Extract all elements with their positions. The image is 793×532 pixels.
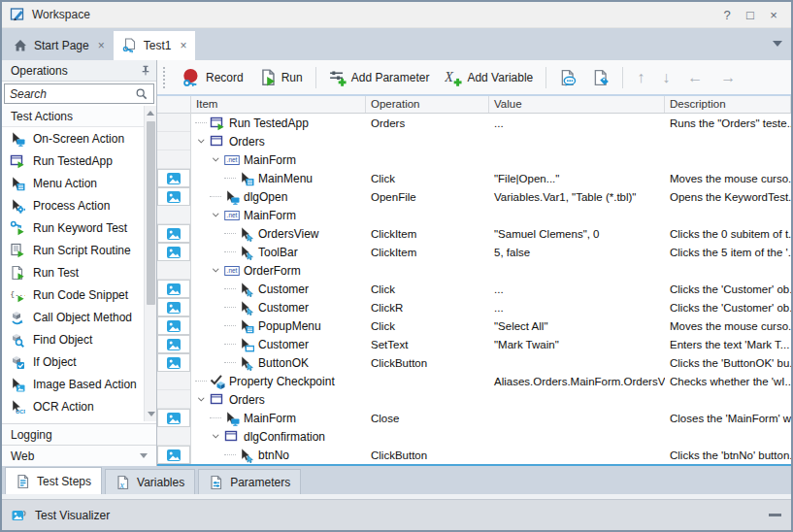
sidebar-item-run-test[interactable]: Run Test (2, 261, 156, 283)
scroll-down-icon[interactable] (148, 412, 155, 416)
close-tab-icon[interactable]: × (180, 39, 186, 52)
visualizer-thumbnail[interactable] (157, 280, 190, 298)
add-description-button[interactable] (585, 66, 616, 89)
scroll-up-icon[interactable] (147, 111, 154, 116)
visualizer-thumbnail[interactable] (157, 353, 190, 372)
sidebar-item-run-testedapp[interactable]: Run TestedApp (2, 150, 156, 172)
thumb-icon[interactable] (166, 337, 182, 352)
step-row-dlgopen[interactable]: dlgOpenOpenFileVariables.Var1, "Table (*… (191, 187, 791, 206)
group-header-logging[interactable]: Logging (2, 423, 156, 445)
step-row-dlgconfirmation[interactable]: dlgConfirmation (191, 427, 791, 446)
collapse-chevron-icon[interactable] (195, 136, 209, 148)
thumb-icon[interactable] (166, 245, 182, 260)
sidebar-item-on-screen-action[interactable]: On-Screen Action (2, 127, 156, 150)
thumb-icon[interactable] (166, 355, 182, 371)
visualizer-thumbnail[interactable] (157, 298, 190, 316)
tab-variables[interactable]: xVariables (105, 469, 195, 494)
thumb-icon[interactable] (166, 300, 182, 316)
step-row-orders[interactable]: Orders (191, 390, 791, 409)
step-row-orderform[interactable]: .netOrderForm (191, 261, 791, 280)
sidebar-item-label: Process Action (33, 199, 110, 213)
step-row-customer[interactable]: CustomerClick...Clicks the 'Customer' ob… (191, 280, 791, 298)
step-row-orders[interactable]: Orders (191, 132, 791, 150)
thumb-icon[interactable] (166, 282, 182, 297)
step-row-mainform[interactable]: MainFormCloseCloses the 'MainForm' w... (191, 409, 791, 427)
collapse-chevron-icon[interactable] (210, 210, 223, 221)
record-button[interactable]: Record (175, 65, 250, 89)
close-tab-icon[interactable]: × (98, 39, 105, 52)
visualizer-thumbnail[interactable] (157, 224, 190, 243)
visualizer-thumbnail[interactable] (157, 243, 190, 261)
column-header-value[interactable]: Value (489, 96, 665, 113)
toolbar-grip[interactable] (163, 67, 167, 88)
visualizer-thumbnail[interactable] (157, 446, 190, 464)
step-row-buttonok[interactable]: ButtonOKClickButtonClicks the 'ButtonOK'… (191, 353, 791, 372)
step-row-btnno[interactable]: btnNoClickButtonClicks the 'btnNo' butto… (191, 446, 791, 464)
sidebar-item-find-object[interactable]: Find Object (2, 328, 156, 350)
move-down-button[interactable]: ↓ (654, 69, 677, 86)
sidebar-item-ocr-action[interactable]: OCROCR Action (2, 395, 156, 417)
step-row-customer[interactable]: CustomerSetText"Mark Twain"Enters the te… (191, 335, 791, 353)
collapse-visualizer-icon[interactable] (769, 514, 781, 516)
more-groups-icon[interactable] (140, 453, 148, 458)
collapse-chevron-icon[interactable] (195, 394, 209, 406)
sidebar-item-run-script-routine[interactable]: Run Script Routine (2, 239, 156, 261)
step-row-toolbar[interactable]: ToolBarClickItem5, falseClicks the 5 ite… (191, 243, 791, 261)
add-parameter-button[interactable]: Add Parameter (322, 66, 437, 89)
thumb-icon[interactable] (166, 189, 182, 205)
step-row-mainmenu[interactable]: MainMenuClick"File|Open..."Moves the mou… (191, 169, 791, 187)
sidebar-item-image-based-action[interactable]: Image Based Action (2, 373, 156, 395)
collapse-chevron-icon[interactable] (210, 431, 223, 443)
tab-list-dropdown-icon[interactable] (773, 41, 782, 47)
add-comment-button[interactable] (552, 66, 583, 89)
sidebar-item-run-code-snippet[interactable]: {...}Run Code Snippet (2, 283, 156, 306)
step-row-popupmenu[interactable]: PopupMenuClick"Select All"Moves the mous… (191, 316, 791, 335)
thumb-icon[interactable] (166, 226, 182, 242)
step-row-mainform[interactable]: .netMainForm (191, 206, 791, 224)
group-header-web[interactable]: Web (2, 445, 156, 466)
test-visualizer-bar[interactable]: Test Visualizer (2, 499, 791, 530)
sidebar-item-process-action[interactable]: Process Action (2, 194, 156, 216)
thumb-icon[interactable] (166, 448, 182, 463)
move-up-button[interactable]: ↑ (629, 69, 652, 86)
sidebar-item-menu-action[interactable]: Menu Action (2, 172, 156, 194)
help-button[interactable]: ? (717, 8, 737, 22)
search-input[interactable]: Search (4, 83, 154, 104)
run-button[interactable]: Run (252, 66, 310, 89)
tab-test-steps[interactable]: Test Steps (5, 467, 102, 494)
collapse-chevron-icon[interactable] (210, 265, 223, 277)
group-header-test-actions[interactable]: Test Actions (2, 106, 156, 127)
step-row-customer[interactable]: CustomerClickR...Clicks the 'Customer' o… (191, 298, 791, 316)
visualizer-thumbnail[interactable] (157, 169, 190, 187)
sidebar-item-call-object-method[interactable]: Call Object Method (2, 306, 156, 328)
tab-start-page[interactable]: Start Page× (4, 31, 114, 60)
step-row-property-checkpoint[interactable]: Property CheckpointAliases.Orders.MainFo… (191, 372, 791, 390)
thumb-icon[interactable] (166, 171, 182, 186)
step-row-run-testedapp[interactable]: Run TestedAppOrders...Runs the "Orders" … (191, 114, 791, 132)
step-row-ordersview[interactable]: OrdersViewClickItem"Samuel Clemens", 0Cl… (191, 224, 791, 243)
close-button[interactable]: × (764, 8, 783, 22)
thumb-icon[interactable] (166, 318, 182, 334)
tab-parameters[interactable]: Parameters (198, 469, 301, 494)
column-header-item[interactable]: Item (191, 96, 366, 113)
operations-scrollbar[interactable] (144, 106, 156, 421)
column-header-operation[interactable]: Operation (366, 96, 489, 113)
sidebar-item-run-keyword-test[interactable]: Run Keyword Test (2, 216, 156, 239)
step-row-mainform[interactable]: .netMainForm (191, 150, 791, 169)
column-header-description[interactable]: Description (665, 96, 791, 113)
sidebar-item-if-object[interactable]: If Object (2, 350, 156, 373)
visualizer-thumbnail[interactable] (157, 316, 190, 335)
visualizer-thumbnail[interactable] (157, 409, 190, 427)
visualizer-thumbnail[interactable] (157, 335, 190, 353)
move-left-button[interactable]: ← (679, 69, 710, 86)
tab-test1[interactable]: Test1× (114, 31, 196, 60)
thumbnail-empty-cell (157, 261, 190, 280)
pin-icon[interactable] (139, 64, 152, 78)
move-right-button[interactable]: → (712, 69, 743, 86)
add-variable-button[interactable]: XAdd Variable (438, 66, 540, 89)
collapse-chevron-icon[interactable] (210, 154, 223, 166)
scrollbar-thumb[interactable] (147, 121, 155, 305)
thumb-icon[interactable] (166, 411, 182, 426)
maximize-button[interactable]: □ (741, 8, 760, 22)
visualizer-thumbnail[interactable] (157, 187, 190, 206)
